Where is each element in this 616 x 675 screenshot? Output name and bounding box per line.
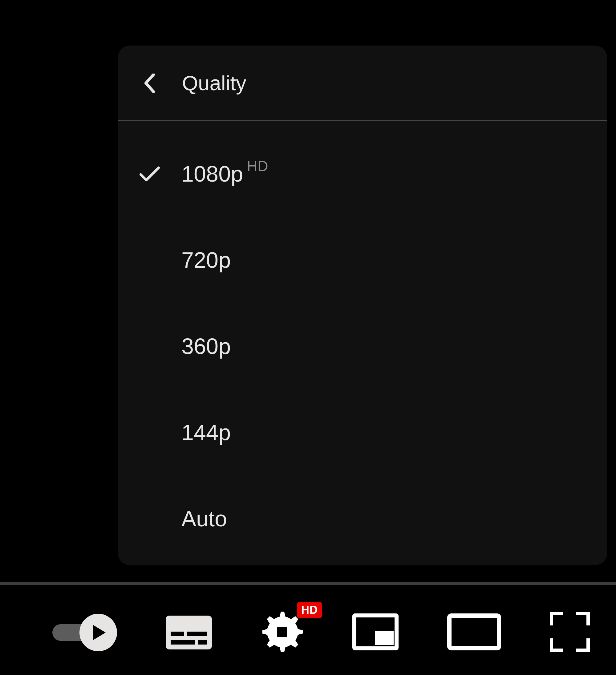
quality-options-list: 1080p HD 720p 360p bbox=[118, 121, 607, 562]
quality-option-sup: HD bbox=[247, 158, 268, 174]
quality-option-label: Auto bbox=[182, 506, 231, 531]
subtitles-button[interactable] bbox=[166, 616, 212, 650]
miniplayer-icon bbox=[352, 613, 399, 652]
fullscreen-button[interactable] bbox=[550, 612, 590, 653]
video-player-area: Quality 1080p HD 720p bbox=[0, 0, 616, 675]
check-icon bbox=[139, 508, 160, 529]
check-icon bbox=[139, 163, 160, 185]
quality-option-auto[interactable]: Auto bbox=[118, 475, 607, 562]
quality-option-label: 720p bbox=[182, 247, 234, 273]
gear-icon bbox=[262, 611, 303, 654]
quality-option-360p[interactable]: 360p bbox=[118, 303, 607, 389]
quality-option-720p[interactable]: 720p bbox=[118, 217, 607, 303]
theater-icon bbox=[447, 613, 501, 652]
autoplay-toggle[interactable] bbox=[52, 614, 117, 651]
quality-menu: Quality 1080p HD 720p bbox=[118, 46, 607, 565]
svg-rect-1 bbox=[277, 627, 287, 637]
subtitles-icon bbox=[166, 616, 212, 650]
quality-option-label: 1080p HD bbox=[182, 161, 268, 186]
svg-rect-3 bbox=[375, 631, 394, 645]
check-icon bbox=[139, 249, 160, 271]
progress-bar[interactable] bbox=[0, 582, 616, 585]
miniplayer-button[interactable] bbox=[352, 613, 399, 652]
play-icon bbox=[79, 614, 117, 651]
chevron-left-icon bbox=[140, 74, 159, 93]
quality-menu-title: Quality bbox=[182, 71, 247, 95]
quality-option-label: 360p bbox=[182, 334, 234, 359]
settings-button[interactable]: HD bbox=[261, 611, 304, 654]
svg-rect-4 bbox=[450, 616, 499, 648]
quality-menu-header[interactable]: Quality bbox=[118, 46, 607, 121]
quality-option-label: 144p bbox=[182, 420, 234, 445]
svg-marker-0 bbox=[93, 625, 106, 640]
hd-badge: HD bbox=[297, 602, 322, 618]
theater-mode-button[interactable] bbox=[447, 613, 501, 652]
player-control-bar: HD bbox=[0, 597, 616, 668]
quality-option-144p[interactable]: 144p bbox=[118, 389, 607, 475]
check-icon bbox=[139, 422, 160, 443]
quality-option-1080p[interactable]: 1080p HD bbox=[118, 131, 607, 217]
check-icon bbox=[139, 335, 160, 357]
fullscreen-icon bbox=[550, 612, 590, 653]
